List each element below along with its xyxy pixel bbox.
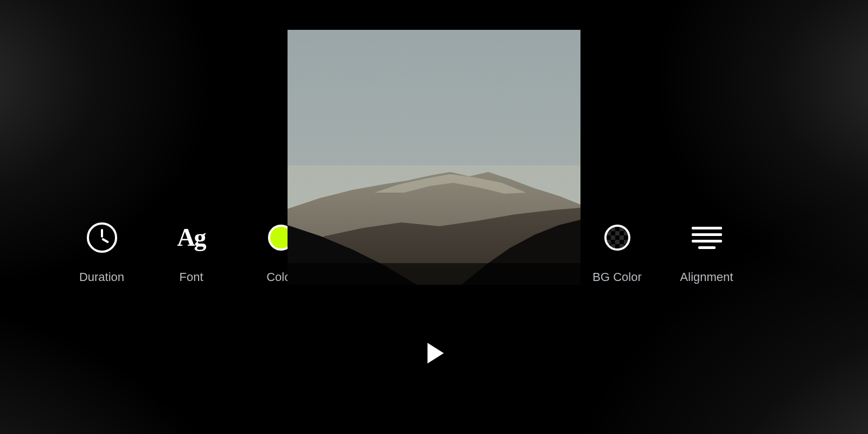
duration-label: Duration [79, 270, 124, 284]
font-icon: Ag [176, 222, 207, 253]
app-stage: Duration Ag Font Color BG Color [0, 0, 868, 434]
font-tool[interactable]: Ag Font [165, 222, 217, 284]
duration-tool[interactable]: Duration [76, 222, 127, 284]
clock-icon [87, 222, 117, 253]
bg-color-tool[interactable]: BG Color [591, 222, 643, 284]
toolbar-right: BG Color Alignment [591, 222, 732, 284]
font-label: Font [179, 270, 203, 284]
preview-frame [288, 0, 580, 434]
svg-rect-2 [288, 285, 580, 399]
transparency-icon [602, 222, 633, 253]
alignment-label: Alignment [680, 270, 733, 284]
alignment-tool[interactable]: Alignment [681, 222, 732, 284]
bg-color-label: BG Color [592, 270, 641, 284]
play-icon[interactable] [427, 343, 444, 363]
background-left-panel [0, 0, 288, 434]
toolbar-left: Duration Ag Font Color [76, 222, 307, 284]
background-right-panel [580, 0, 868, 434]
align-center-icon [692, 222, 722, 253]
svg-rect-3 [288, 263, 580, 296]
